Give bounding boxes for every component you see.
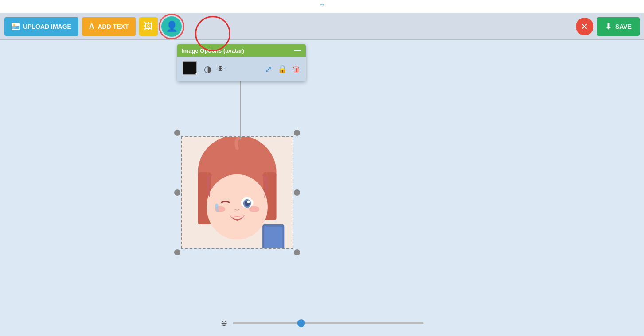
add-text-button[interactable]: A ADD TEXT — [82, 17, 136, 36]
upload-image-label: UPLOAD IMAGE — [23, 23, 71, 30]
zoom-thumb[interactable] — [297, 319, 305, 327]
save-button[interactable]: ⬇ SAVE — [597, 17, 640, 36]
zoom-bar: ⊕ — [221, 318, 423, 328]
save-icon: ⬇ — [605, 22, 612, 31]
image-content — [181, 136, 293, 249]
color-swatch-arrow: ▾ — [195, 72, 198, 76]
panel-title: Image Options (avatar) — [182, 47, 244, 54]
top-bar: ⌃ — [0, 0, 644, 13]
handle-top-left[interactable] — [174, 130, 180, 136]
avatar-button[interactable]: 👤 — [161, 16, 182, 37]
eye-icon: 👁 — [217, 65, 225, 74]
zoom-slider[interactable] — [233, 322, 423, 324]
canvas-area: Image Options (avatar) — ▾ ◑ 👁 ⤢ — [0, 40, 644, 336]
person-icon: 👤 — [166, 21, 178, 32]
svg-point-11 — [249, 206, 260, 212]
close-icon: ✕ — [581, 21, 588, 32]
image-options-panel: Image Options (avatar) — ▾ ◑ 👁 ⤢ — [177, 44, 306, 81]
panel-connector-line — [240, 77, 241, 139]
brightness-button[interactable]: ◑ — [204, 64, 211, 74]
anime-image — [182, 137, 293, 248]
svg-point-13 — [216, 208, 219, 212]
image-frame[interactable] — [177, 133, 297, 252]
resize-icon: ⤢ — [265, 64, 272, 74]
visibility-button[interactable]: 👁 — [217, 65, 225, 74]
sticker-icon: 🖼 — [144, 21, 153, 31]
chevron-up-icon[interactable]: ⌃ — [319, 2, 325, 12]
resize-button[interactable]: ⤢ — [265, 64, 272, 74]
zoom-icon: ⊕ — [221, 318, 227, 328]
panel-header: Image Options (avatar) — — [177, 44, 306, 57]
delete-button[interactable]: 🗑 — [293, 65, 301, 74]
add-text-label: ADD TEXT — [98, 23, 129, 30]
panel-minimize-button[interactable]: — — [294, 47, 301, 54]
sticker-button[interactable]: 🖼 — [139, 17, 158, 36]
save-label: SAVE — [615, 23, 632, 30]
handle-top-right[interactable] — [294, 130, 300, 136]
handle-middle-right[interactable] — [294, 189, 300, 196]
lock-button[interactable]: 🔒 — [277, 64, 287, 74]
color-swatch[interactable]: ▾ — [183, 61, 199, 77]
svg-point-12 — [215, 204, 219, 209]
svg-point-9 — [247, 201, 250, 203]
svg-rect-15 — [264, 227, 282, 248]
brightness-icon: ◑ — [204, 64, 211, 74]
upload-image-icon — [12, 23, 20, 30]
toolbar: UPLOAD IMAGE A ADD TEXT 🖼 👤 ✕ ⬇ SAVE — [0, 13, 644, 40]
delete-icon: 🗑 — [293, 65, 301, 74]
lock-icon: 🔒 — [277, 64, 287, 74]
zoom-track-fill — [233, 322, 301, 324]
upload-image-button[interactable]: UPLOAD IMAGE — [4, 17, 78, 36]
add-text-icon: A — [89, 23, 94, 31]
close-button[interactable]: ✕ — [576, 18, 593, 35]
handle-middle-left[interactable] — [174, 189, 180, 196]
handle-bottom-left[interactable] — [174, 249, 180, 255]
panel-body: ▾ ◑ 👁 ⤢ 🔒 🗑 — [177, 57, 306, 81]
handle-bottom-right[interactable] — [294, 249, 300, 255]
